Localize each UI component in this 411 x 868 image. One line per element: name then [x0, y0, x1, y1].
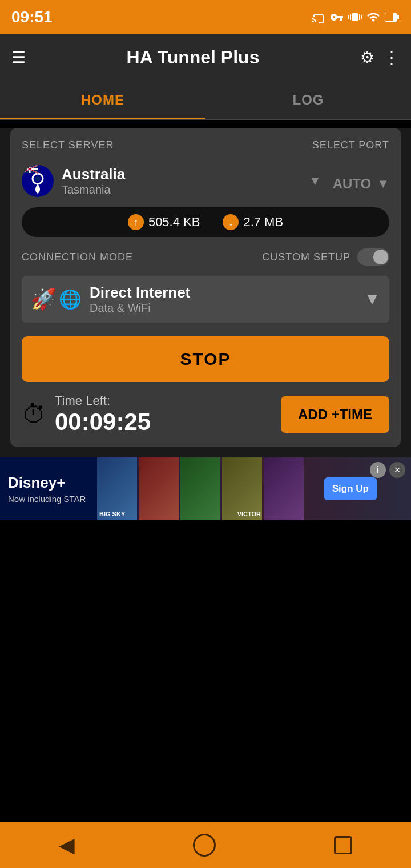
download-data: ↓ 2.7 MB: [223, 214, 283, 230]
status-time: 09:51: [11, 8, 53, 26]
globe-emoji: 🌐: [59, 288, 82, 310]
download-value: 2.7 MB: [243, 215, 283, 230]
victor-label: VICTOR: [237, 511, 261, 517]
upload-value: 505.4 KB: [148, 215, 200, 230]
tab-log[interactable]: LOG: [206, 80, 411, 119]
time-left-info: Time Left: 00:09:25: [55, 393, 151, 436]
stop-button[interactable]: STOP: [22, 336, 389, 382]
add-time-button[interactable]: ADD +TIME: [281, 396, 389, 433]
port-selector[interactable]: AUTO ▼: [333, 176, 389, 192]
server-port-labels: SELECT SERVER SELECT PORT: [22, 139, 389, 157]
toggle-knob: [373, 250, 388, 264]
server-sub: Tasmania: [62, 183, 301, 196]
conn-type-info: 🚀 🌐 Direct Internet Data & WiFi: [31, 284, 190, 315]
custom-setup-label: CUSTOM SETUP: [262, 251, 350, 263]
back-button[interactable]: ◀: [59, 833, 75, 857]
top-bar: ☰ HA Tunnel Plus ⚙ ⋮: [0, 34, 411, 80]
app-title: HA Tunnel Plus: [26, 47, 360, 68]
recent-apps-button[interactable]: [334, 836, 352, 854]
ad-thumb-2: [139, 457, 179, 520]
port-dropdown-arrow: ▼: [377, 176, 389, 191]
disney-plus-text: Disney+: [8, 474, 65, 492]
conn-type-name: Direct Internet: [90, 284, 190, 302]
clock-icon: ⏱: [22, 400, 47, 429]
select-server-label: SELECT SERVER: [22, 139, 114, 151]
vibrate-icon: [348, 10, 362, 24]
connection-mode-label: CONNECTION MODE: [22, 251, 133, 263]
time-left-label: Time Left:: [55, 393, 151, 408]
connection-type-row[interactable]: 🚀 🌐 Direct Internet Data & WiFi ▼: [22, 276, 389, 323]
ad-close-button[interactable]: ×: [389, 462, 405, 478]
conn-type-dropdown-arrow: ▼: [364, 290, 380, 308]
server-info: Australia Tasmania: [62, 166, 301, 196]
tab-bar: HOME LOG: [0, 80, 411, 120]
battery-icon: [385, 10, 400, 24]
port-value: AUTO: [333, 176, 372, 192]
status-icons: [312, 10, 400, 24]
conn-type-text: Direct Internet Data & WiFi: [90, 284, 190, 315]
server-selector[interactable]: Australia Tasmania ▼: [22, 165, 321, 197]
ad-thumb-4: VICTOR: [222, 457, 262, 520]
ad-signup-button[interactable]: Sign Up: [324, 477, 377, 500]
time-row: ⏱ Time Left: 00:09:25 ADD +TIME: [22, 393, 389, 436]
header-icons: ⚙ ⋮: [360, 48, 400, 67]
download-icon: ↓: [223, 214, 239, 230]
big-sky-label: BIG SKY: [99, 511, 125, 517]
menu-icon[interactable]: ☰: [11, 48, 26, 67]
select-port-label: SELECT PORT: [312, 139, 389, 151]
upload-data: ↑ 505.4 KB: [128, 214, 200, 230]
svg-point-5: [35, 176, 40, 181]
time-left-section: ⏱ Time Left: 00:09:25: [22, 393, 151, 436]
data-usage-row: ↑ 505.4 KB ↓ 2.7 MB: [22, 207, 389, 237]
server-dropdown-arrow: ▼: [309, 174, 321, 188]
connection-mode-row: CONNECTION MODE CUSTOM SETUP: [22, 248, 389, 266]
rocket-emoji: 🚀: [31, 287, 57, 311]
ad-thumb-5: [264, 457, 304, 520]
ad-content: Disney+ Now including STAR BIG SKY VICTO…: [0, 457, 411, 520]
ad-info-button[interactable]: i: [370, 462, 386, 478]
upload-icon: ↑: [128, 214, 144, 230]
ad-banner: Disney+ Now including STAR BIG SKY VICTO…: [0, 457, 411, 520]
ad-images: BIG SKY VICTOR Sign Up i ×: [97, 457, 411, 520]
status-bar: 09:51: [0, 0, 411, 34]
main-content: SELECT SERVER SELECT PORT: [0, 128, 411, 457]
more-icon[interactable]: ⋮: [384, 48, 400, 67]
cast-icon: [312, 10, 325, 24]
custom-setup-row: CUSTOM SETUP: [262, 248, 389, 266]
key-icon: [330, 10, 344, 24]
disney-star-text: Now including STAR: [8, 494, 89, 504]
tab-home[interactable]: HOME: [0, 80, 206, 119]
ad-thumbnails: BIG SKY VICTOR: [97, 457, 304, 520]
svg-rect-2: [385, 13, 393, 21]
wifi-icon: [366, 10, 380, 24]
custom-setup-toggle[interactable]: [357, 248, 389, 266]
ad-thumb-3: [180, 457, 220, 520]
settings-icon[interactable]: ⚙: [360, 48, 374, 67]
australia-flag-svg: [22, 165, 54, 197]
conn-type-sub: Data & WiFi: [90, 302, 190, 315]
home-button[interactable]: [193, 834, 216, 857]
main-card: SELECT SERVER SELECT PORT: [10, 128, 401, 447]
svg-rect-1: [397, 15, 399, 19]
time-value: 00:09:25: [55, 408, 151, 436]
dark-content-area: [0, 520, 411, 754]
server-flag: [22, 165, 54, 197]
bottom-nav: ◀: [0, 822, 411, 868]
server-name: Australia: [62, 166, 301, 183]
ad-thumb-1: BIG SKY: [97, 457, 137, 520]
